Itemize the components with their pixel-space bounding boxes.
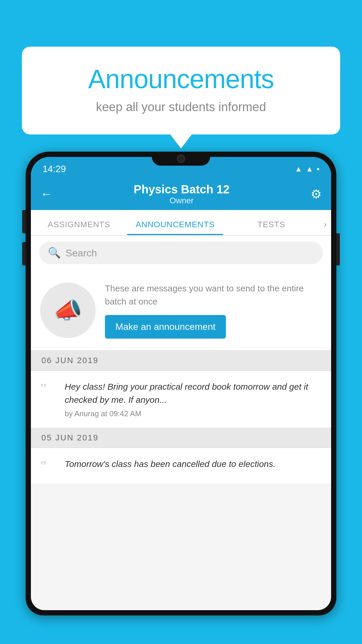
wifi-icon: ▲ [295, 164, 302, 174]
announcement-icon-circle: 📣 [40, 283, 96, 338]
speech-bubble-container: Announcements keep all your students inf… [22, 47, 340, 134]
page-subtitle: keep all your students informed [45, 100, 317, 114]
settings-button[interactable]: ⚙ [311, 187, 322, 201]
signal-icon: ▲ [306, 164, 313, 174]
date-separator-june5: 05 JUN 2019 [31, 428, 331, 448]
battery-icon: ▪ [317, 164, 319, 174]
quote-icon-2: " [40, 459, 58, 474]
search-container: 🔍 Search [31, 236, 331, 270]
page-title: Announcements [45, 64, 317, 94]
back-button[interactable]: ← [40, 187, 52, 201]
phone-notch [152, 152, 210, 166]
batch-title: Physics Batch 12 [52, 183, 311, 196]
empty-state-description: These are messages you want to send to t… [105, 282, 322, 308]
status-icons: ▲ ▲ ▪ [295, 164, 319, 174]
status-time: 14:29 [43, 164, 66, 174]
speech-bubble: Announcements keep all your students inf… [22, 47, 340, 134]
tab-tests[interactable]: TESTS [223, 220, 319, 235]
app-bar: ← Physics Batch 12 Owner ⚙ [31, 178, 331, 210]
app-bar-title-container: Physics Batch 12 Owner [52, 183, 311, 205]
announcement-text-2: Tomorrow's class has been cancelled due … [65, 457, 322, 470]
quote-icon: " [40, 381, 58, 418]
tab-announcements[interactable]: ANNOUNCEMENTS [127, 220, 223, 235]
tab-more[interactable]: › [319, 219, 331, 235]
batch-subtitle: Owner [52, 196, 311, 205]
phone-container: 14:29 ▲ ▲ ▪ ← Physics Batch 12 Owner ⚙ [26, 152, 336, 644]
tab-assignments[interactable]: ASSIGNMENTS [31, 220, 127, 235]
phone-screen: 14:29 ▲ ▲ ▪ ← Physics Batch 12 Owner ⚙ [31, 157, 331, 610]
date-separator-june6: 06 JUN 2019 [31, 351, 331, 371]
announcement-content: Hey class! Bring your practical record b… [65, 380, 322, 418]
announcement-text: Hey class! Bring your practical record b… [65, 380, 322, 406]
phone-camera [177, 155, 185, 163]
announcement-empty-right: These are messages you want to send to t… [105, 282, 322, 339]
search-icon: 🔍 [48, 247, 61, 259]
tabs-container: ASSIGNMENTS ANNOUNCEMENTS TESTS › [31, 210, 331, 236]
phone-outer: 14:29 ▲ ▲ ▪ ← Physics Batch 12 Owner ⚙ [26, 152, 336, 615]
make-announcement-button[interactable]: Make an announcement [105, 315, 226, 339]
volume-down-button[interactable] [22, 242, 26, 265]
announcement-meta: by Anurag at 09:42 AM [65, 409, 322, 418]
search-placeholder: Search [66, 247, 97, 259]
announcement-item-2[interactable]: " Tomorrow's class has been cancelled du… [31, 448, 331, 484]
empty-state: 📣 These are messages you want to send to… [31, 270, 331, 351]
announcement-item[interactable]: " Hey class! Bring your practical record… [31, 371, 331, 428]
megaphone-icon: 📣 [53, 297, 82, 324]
power-button[interactable] [336, 233, 340, 265]
volume-up-button[interactable] [22, 210, 26, 233]
search-bar[interactable]: 🔍 Search [39, 242, 323, 264]
announcement-content-2: Tomorrow's class has been cancelled due … [65, 457, 322, 474]
